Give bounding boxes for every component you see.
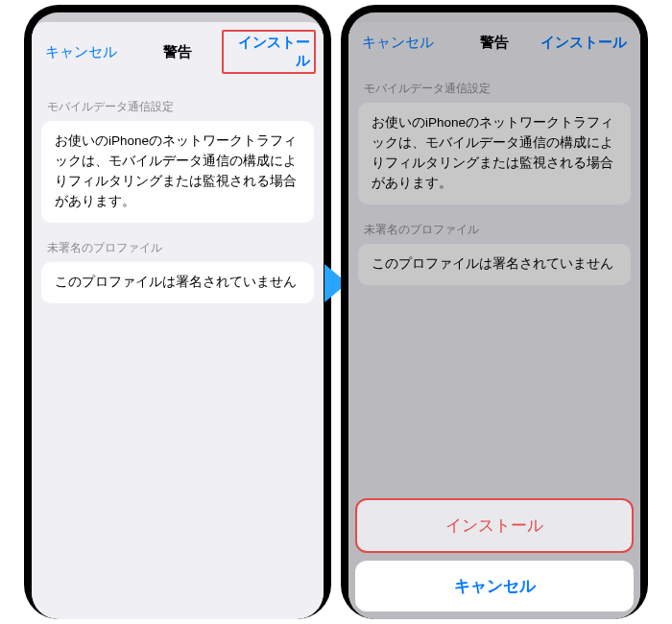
modal-header: キャンセル 警告 インストール (348, 22, 640, 63)
modal-header: キャンセル 警告 インストール (32, 22, 324, 82)
warning-modal-left: キャンセル 警告 インストール モバイルデータ通信設定 お使いのiPhoneのネ… (32, 22, 324, 619)
cancel-button[interactable]: キャンセル (362, 34, 450, 52)
modal-title: 警告 (450, 34, 539, 52)
install-button[interactable]: インストール (539, 34, 627, 52)
unsigned-profile-cell: このプロファイルは署名されていません (358, 244, 631, 285)
sheet-cancel-button[interactable]: キャンセル (355, 561, 634, 612)
section-label-mobile-data: モバイルデータ通信設定 (348, 63, 640, 103)
unsigned-profile-cell: このプロファイルは署名されていません (41, 262, 314, 303)
action-sheet: インストール キャンセル (355, 498, 634, 612)
mobile-data-warning-cell: お使いのiPhoneのネットワークトラフィックは、モバイルデータ通信の構成により… (41, 121, 314, 223)
modal-title: 警告 (133, 43, 222, 61)
phone-left: キャンセル 警告 インストール モバイルデータ通信設定 お使いのiPhoneのネ… (24, 5, 331, 619)
phone-right: キャンセル 警告 インストール モバイルデータ通信設定 お使いのiPhoneのネ… (341, 5, 648, 619)
mobile-data-warning-cell: お使いのiPhoneのネットワークトラフィックは、モバイルデータ通信の構成により… (358, 103, 631, 204)
sheet-install-button[interactable]: インストール (355, 498, 634, 553)
cancel-button[interactable]: キャンセル (45, 43, 133, 61)
screen-left: キャンセル 警告 インストール モバイルデータ通信設定 お使いのiPhoneのネ… (32, 12, 324, 619)
section-label-unsigned: 未署名のプロファイル (32, 223, 324, 262)
screen-right: キャンセル 警告 インストール モバイルデータ通信設定 お使いのiPhoneのネ… (348, 12, 640, 619)
install-highlight-box: インストール (222, 30, 316, 74)
section-label-mobile-data: モバイルデータ通信設定 (32, 82, 324, 121)
section-label-unsigned: 未署名のプロファイル (348, 204, 640, 244)
install-button[interactable]: インストール (222, 34, 310, 70)
